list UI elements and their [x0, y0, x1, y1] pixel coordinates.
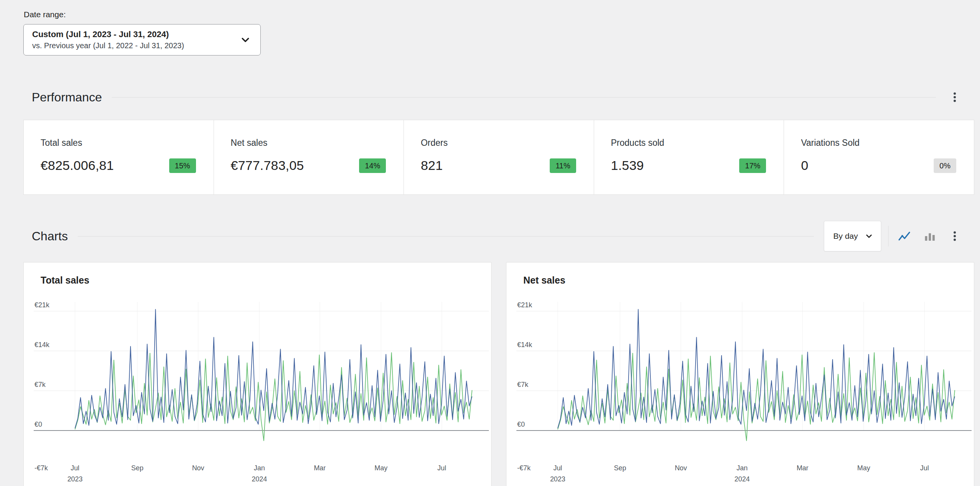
svg-text:2024: 2024 [252, 475, 267, 483]
performance-heading: Performance [32, 90, 102, 104]
performance-summary-list: Total sales €825.006,81 15% Net sales €7… [23, 120, 974, 195]
charts-heading: Charts [32, 229, 68, 243]
svg-text:2023: 2023 [550, 475, 565, 483]
svg-text:2023: 2023 [67, 475, 83, 483]
chevron-down-icon [864, 231, 874, 241]
ellipsis-icon [948, 230, 961, 243]
interval-select[interactable]: By day [824, 221, 881, 251]
summary-card-label: Orders [421, 138, 576, 148]
summary-card-value: 0 [801, 158, 808, 173]
svg-text:Jul: Jul [553, 464, 562, 472]
delta-badge: 0% [934, 158, 956, 173]
svg-text:Jul: Jul [438, 464, 446, 472]
section-divider [78, 236, 814, 236]
chart-title: Total sales [41, 275, 491, 286]
summary-card-value: 1.539 [611, 158, 644, 173]
svg-text:Jan: Jan [254, 464, 265, 472]
summary-card-orders[interactable]: Orders 821 11% [403, 120, 594, 194]
svg-text:€21k: €21k [517, 301, 532, 309]
svg-text:-€7k: -€7k [34, 464, 48, 472]
line-chart-toggle[interactable] [895, 227, 914, 245]
performance-section-header: Performance [23, 88, 974, 106]
svg-text:€7k: €7k [34, 381, 46, 388]
svg-text:Sep: Sep [614, 464, 626, 472]
summary-card-label: Net sales [231, 138, 386, 148]
svg-text:Mar: Mar [797, 464, 808, 472]
date-range-secondary: vs. Previous year (Jul 1, 2022 - Jul 31,… [32, 41, 184, 50]
svg-text:€14k: €14k [34, 341, 50, 349]
summary-card-value: €777.783,05 [231, 158, 304, 173]
svg-text:Jan: Jan [737, 464, 748, 472]
svg-text:Sep: Sep [131, 464, 144, 472]
summary-card-value: €825.006,81 [41, 158, 114, 173]
net-sales-line-chart[interactable]: €21k€14k€7k€0-€7kJul2023SepNovJan2024Mar… [506, 290, 974, 486]
date-range-dropdown[interactable]: Custom (Jul 1, 2023 - Jul 31, 2024) vs. … [23, 24, 261, 55]
date-range-section: Date range: Custom (Jul 1, 2023 - Jul 31… [23, 10, 974, 55]
delta-badge: 17% [739, 158, 766, 173]
charts-section-header: Charts By day [23, 221, 974, 251]
summary-card-label: Total sales [41, 138, 196, 148]
charts-row: Total sales €21k€14k€7k€0-€7kJul2023SepN… [23, 262, 974, 486]
svg-text:May: May [857, 464, 870, 472]
chart-card-total-sales: Total sales €21k€14k€7k€0-€7kJul2023SepN… [23, 262, 492, 486]
summary-card-products-sold[interactable]: Products sold 1.539 17% [594, 120, 784, 194]
chevron-down-icon [239, 33, 252, 46]
svg-text:€7k: €7k [517, 381, 529, 388]
svg-text:€0: €0 [517, 421, 525, 428]
svg-text:-€7k: -€7k [517, 464, 531, 472]
chart-title: Net sales [523, 275, 974, 286]
summary-card-total-sales[interactable]: Total sales €825.006,81 15% [24, 120, 214, 194]
ellipsis-icon [948, 91, 961, 104]
svg-text:€0: €0 [34, 421, 42, 428]
summary-card-value: 821 [421, 158, 443, 173]
summary-card-label: Products sold [611, 138, 766, 148]
svg-text:2024: 2024 [734, 475, 750, 483]
date-range-primary: Custom (Jul 1, 2023 - Jul 31, 2024) [32, 29, 184, 39]
svg-text:€21k: €21k [34, 301, 50, 309]
summary-card-variations-sold[interactable]: Variations Sold 0 0% [784, 120, 974, 194]
delta-badge: 14% [359, 158, 386, 173]
bar-chart-toggle[interactable] [921, 227, 939, 245]
svg-text:Nov: Nov [192, 464, 204, 472]
controls-divider [888, 226, 889, 246]
section-divider [112, 97, 936, 98]
analytics-page: Date range: Custom (Jul 1, 2023 - Jul 31… [0, 0, 980, 486]
svg-text:Mar: Mar [314, 464, 326, 472]
svg-text:Nov: Nov [675, 464, 687, 472]
chart-card-net-sales: Net sales €21k€14k€7k€0-€7kJul2023SepNov… [506, 262, 974, 486]
svg-text:€14k: €14k [517, 341, 532, 349]
svg-text:Jul: Jul [920, 464, 929, 472]
line-chart-icon [898, 229, 911, 243]
performance-ellipsis-button[interactable] [946, 88, 964, 106]
charts-ellipsis-button[interactable] [946, 227, 964, 245]
summary-card-net-sales[interactable]: Net sales €777.783,05 14% [214, 120, 404, 194]
delta-badge: 11% [550, 158, 576, 173]
delta-badge: 15% [169, 158, 196, 173]
total-sales-line-chart[interactable]: €21k€14k€7k€0-€7kJul2023SepNovJan2024Mar… [24, 290, 491, 486]
bar-chart-icon [923, 229, 937, 243]
svg-text:May: May [374, 464, 387, 472]
summary-card-label: Variations Sold [801, 138, 956, 148]
charts-controls: By day [824, 221, 964, 251]
interval-select-value: By day [833, 232, 858, 241]
svg-text:Jul: Jul [70, 464, 79, 472]
date-range-label: Date range: [24, 10, 974, 19]
